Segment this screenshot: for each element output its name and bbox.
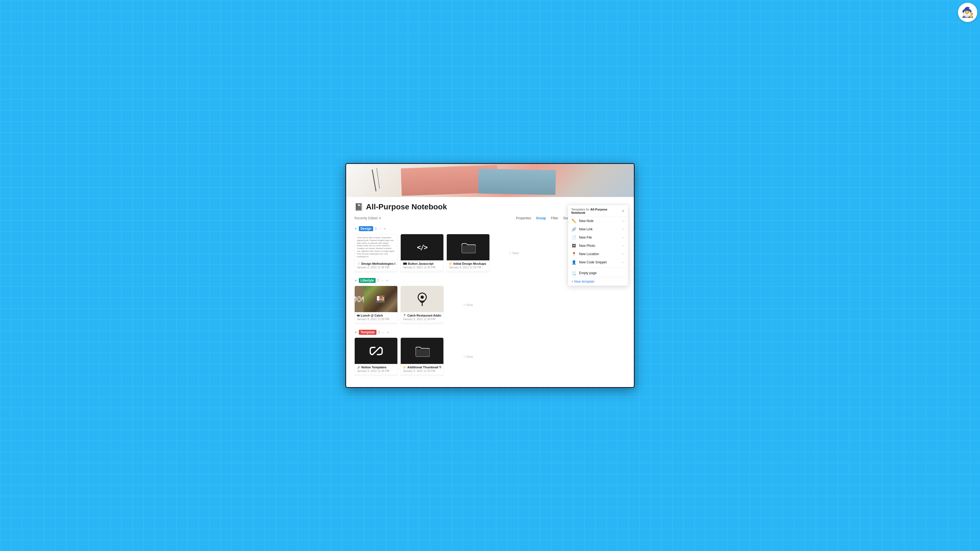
new-location-icon: 📍: [571, 252, 576, 256]
group-design-toggle[interactable]: ▼: [355, 227, 357, 230]
card-lunch-catch-info: 🍽 Lunch @ Catch January 9, 2022 11:30 PM: [355, 312, 398, 322]
group-template-add[interactable]: +: [387, 330, 389, 335]
new-template-button[interactable]: + New template: [568, 277, 628, 286]
template-close-button[interactable]: ✕: [622, 209, 625, 213]
template-dropdown: Templates for All-Purpose Notebook ✕ ✏️ …: [568, 205, 628, 286]
group-design-count: 3: [375, 227, 377, 230]
template-new-label: New: [466, 355, 473, 359]
card-additional-thumbnail-date: January 9, 2022 11:43 PM: [403, 370, 441, 373]
card-design-methodology-info: 📄 Design Methodologies Research January …: [355, 260, 398, 270]
new-code-snippet-label: New Code Snippet: [579, 260, 619, 264]
template-item-new-location[interactable]: 📍 New Location ↵: [568, 250, 628, 258]
folder2-icon-svg: [415, 345, 430, 357]
group-template: ▼ Template 2 ··· +: [355, 330, 625, 376]
filter-button[interactable]: Filter: [550, 216, 560, 221]
new-location-label: New Location: [579, 252, 619, 256]
template-new-plus: +: [463, 355, 465, 359]
new-photo-shortcut: ↵: [622, 244, 625, 248]
card-initial-design-info: 📁 Initial Design Mockups January 9, 2022…: [447, 260, 490, 270]
template-dropdown-header: Templates for All-Purpose Notebook ✕: [568, 205, 628, 217]
card-additional-thumbnail[interactable]: 📁 Additional Thumbnail Template January …: [401, 338, 444, 376]
group-lifestyle-count: 2: [377, 278, 379, 283]
group-button[interactable]: Group: [535, 216, 547, 221]
card-additional-thumbnail-thumb: [401, 338, 444, 364]
group-design-add[interactable]: +: [383, 227, 386, 231]
lifestyle-new-plus: +: [463, 303, 465, 307]
card-design-methodology-text: Lorem ipsum dolor sit amet, consectetur …: [357, 237, 395, 258]
design-new-card[interactable]: + New: [493, 234, 536, 273]
group-lifestyle-cards: 🍱 🍽 Lunch @ Catch January 9, 2022 11:30 …: [355, 286, 625, 324]
food-image: 🍱: [363, 286, 398, 312]
card-lunch-catch-thumb: 🍱: [355, 286, 398, 312]
card-button-javascript-name: ⌨ Button Javascript: [403, 262, 441, 265]
card-notion-templates-name: 🔗 Notion Templates: [357, 365, 395, 369]
page-title-text: All-Purpose Notebook: [366, 203, 447, 211]
group-lifestyle-options[interactable]: ···: [380, 278, 384, 283]
group-template-options[interactable]: ···: [382, 330, 385, 335]
card-lunch-catch-name: 🍽 Lunch @ Catch: [357, 314, 395, 317]
recently-edited-chevron: ▾: [379, 216, 381, 220]
cover-image: [346, 164, 634, 197]
template-item-empty-page[interactable]: 📃 Empty page: [568, 269, 628, 277]
card-design-methodology-date: January 9, 2022 11:35 PM: [357, 266, 395, 269]
lifestyle-new-label: New: [466, 303, 473, 307]
card-lunch-catch-date: January 9, 2022 11:30 PM: [357, 318, 395, 321]
card-notion-templates-info: 🔗 Notion Templates January 9, 2022 11:44…: [355, 364, 398, 374]
card-lunch-catch[interactable]: 🍱 🍽 Lunch @ Catch January 9, 2022 11:30 …: [355, 286, 398, 324]
new-file-icon: 📄: [571, 235, 576, 240]
group-template-header: ▼ Template 2 ··· +: [355, 330, 625, 335]
card-design-methodology[interactable]: Lorem ipsum dolor sit amet, consectetur …: [355, 234, 398, 273]
link-icon-svg: [369, 344, 383, 358]
svg-line-2: [374, 349, 378, 353]
template-item-new-code-snippet[interactable]: 👤 New Code Snippet ↵: [568, 258, 628, 267]
card-initial-design-date: January 9, 2022 11:29 PM: [449, 266, 487, 269]
card-button-javascript[interactable]: </> ⌨ Button Javascript January 9, 2022 …: [401, 234, 444, 273]
template-item-new-link[interactable]: 🔗 New Link ↵: [568, 225, 628, 233]
new-card-plus: +: [509, 251, 511, 255]
group-lifestyle-toggle[interactable]: ▼: [355, 279, 357, 282]
card-button-javascript-date: January 9, 2022 11:35 PM: [403, 266, 441, 269]
card-catch-address-name: 📍 Catch Restaurant Address: [403, 314, 441, 317]
card-notion-templates-date: January 9, 2022 11:44 PM: [357, 370, 395, 373]
template-dropdown-title: Templates for All-Purpose Notebook: [571, 208, 622, 214]
card-button-javascript-thumb: </>: [401, 234, 444, 260]
card-catch-address-date: January 9, 2022 11:30 PM: [403, 318, 441, 321]
new-note-label: New Note: [579, 219, 619, 223]
group-lifestyle-label: Lifestyle: [359, 278, 375, 283]
svg-point-1: [420, 295, 424, 299]
new-photo-label: New Photo: [579, 244, 619, 248]
new-photo-icon: 🖼: [571, 243, 576, 248]
new-file-label: New File: [579, 235, 619, 240]
new-note-shortcut: ↵: [622, 219, 625, 223]
app-window: 📓 All-Purpose Notebook Recently Edited ▾…: [345, 163, 635, 388]
template-new-card[interactable]: + New: [447, 338, 490, 376]
template-divider: [568, 267, 628, 268]
card-initial-design[interactable]: 📁 Initial Design Mockups January 9, 2022…: [447, 234, 490, 273]
new-code-snippet-shortcut: ↵: [622, 260, 625, 264]
card-notion-templates[interactable]: 🔗 Notion Templates January 9, 2022 11:44…: [355, 338, 398, 376]
template-item-new-file[interactable]: 📄 New File ↵: [568, 233, 628, 241]
card-catch-address[interactable]: 📍 Catch Restaurant Address January 9, 20…: [401, 286, 444, 324]
card-initial-design-name: 📁 Initial Design Mockups: [449, 262, 487, 265]
empty-page-icon: 📃: [571, 271, 576, 275]
recently-edited-label: Recently Edited: [355, 216, 377, 220]
template-item-new-note[interactable]: ✏️ New Note ↵: [568, 217, 628, 225]
group-design-label: Design: [359, 226, 373, 231]
new-link-label: New Link: [579, 227, 619, 231]
card-catch-address-thumb: [401, 286, 444, 312]
new-location-shortcut: ↵: [622, 252, 625, 256]
new-link-icon: 🔗: [571, 227, 576, 232]
group-template-toggle[interactable]: ▼: [355, 331, 357, 334]
lifestyle-new-card[interactable]: + New: [447, 286, 490, 324]
template-item-new-photo[interactable]: 🖼 New Photo ↵: [568, 241, 628, 250]
new-template-label: + New template: [571, 279, 595, 284]
location-icon-svg: [415, 291, 429, 307]
group-design-options[interactable]: ···: [379, 227, 382, 231]
properties-button[interactable]: Properties: [515, 216, 532, 221]
card-notion-templates-thumb: [355, 338, 398, 364]
card-design-methodology-name: 📄 Design Methodologies Research: [357, 262, 395, 265]
group-template-cards: 🔗 Notion Templates January 9, 2022 11:44…: [355, 338, 625, 376]
new-file-shortcut: ↵: [622, 236, 625, 240]
group-lifestyle-add[interactable]: +: [386, 278, 388, 283]
recently-edited-button[interactable]: Recently Edited ▾: [355, 216, 381, 220]
